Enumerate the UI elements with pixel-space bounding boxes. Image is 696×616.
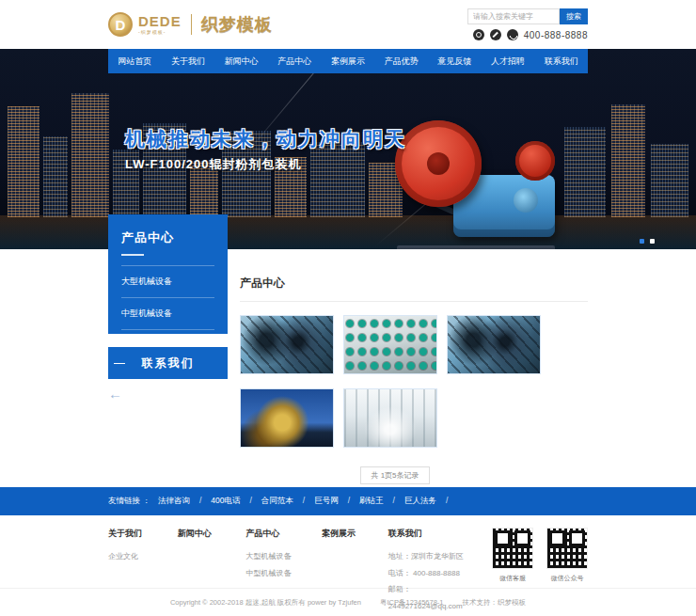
- top-header: D DEDE -织梦模板- 织梦模板 搜索 400-888-8888: [0, 0, 696, 49]
- sidebar: 产品中心 大型机械设备 中型机械设备 联系我们 ←: [108, 214, 228, 401]
- friend-link[interactable]: 刷钻王: [359, 496, 404, 507]
- nav-item-news[interactable]: 新闻中心: [214, 49, 268, 73]
- footer: 关于我们 企业文化 新闻中心 产品中心 大型机械设备 中型机械设备 案例展示 联…: [0, 515, 696, 588]
- section-title: 产品中心: [240, 276, 588, 302]
- city-building: [310, 142, 365, 217]
- main-panel: 产品中心 共 1页5条记录: [228, 249, 588, 484]
- product-photo-engine[interactable]: [240, 315, 334, 374]
- footer-col-news: 新闻中心: [178, 528, 221, 614]
- friend-links-bar: 友情链接 ： 法律咨询 400电话 合同范本 巨号网 刷钻王 巨人法务: [0, 487, 696, 515]
- main-navigation: 网站首页 关于我们 新闻中心 产品中心 案例展示 产品优势 意见反馈 人才招聘 …: [108, 49, 588, 73]
- footer-col-cases: 案例展示: [322, 528, 364, 614]
- friend-link[interactable]: 400电话: [211, 496, 261, 507]
- product-photo-factory[interactable]: [343, 388, 437, 448]
- packing-machine-illustration: [395, 117, 560, 249]
- footer-col-about: 关于我们 企业文化: [108, 528, 153, 614]
- carousel-dot[interactable]: [650, 239, 655, 244]
- nav-item-cases[interactable]: 案例展示: [322, 49, 375, 73]
- site-logo[interactable]: D DEDE -织梦模板- 织梦模板: [108, 12, 273, 37]
- phone-icon: [507, 29, 518, 40]
- nav-item-contact[interactable]: 联系我们: [534, 49, 588, 73]
- product-photo-excavator[interactable]: [240, 388, 334, 448]
- footer-col-products: 产品中心 大型机械设备 中型机械设备: [246, 528, 297, 614]
- sidebar-contact-button[interactable]: 联系我们: [108, 347, 228, 379]
- wechat-service-qr-code: [492, 528, 533, 569]
- machine-flywheel: [395, 120, 482, 207]
- brand-tagline: -织梦模板-: [138, 30, 182, 35]
- carousel-dot-active[interactable]: [640, 239, 644, 244]
- carousel-dots: [640, 239, 655, 244]
- city-building: [651, 144, 688, 217]
- city-building: [43, 136, 68, 217]
- city-building: [8, 106, 40, 217]
- nav-item-feedback[interactable]: 意见反馈: [428, 49, 482, 73]
- footer-link-medium-machinery[interactable]: 中型机械设备: [246, 565, 297, 582]
- machine-wheel: [515, 141, 555, 181]
- city-building: [222, 131, 271, 217]
- nav-item-home[interactable]: 网站首页: [108, 49, 162, 73]
- footer-col-title: 案例展示: [322, 528, 364, 540]
- coin-logo-icon: D: [108, 12, 133, 37]
- sidebar-product-box: 产品中心 大型机械设备 中型机械设备: [108, 214, 228, 334]
- footer-col-title: 产品中心: [246, 528, 297, 540]
- footer-address: 地址：深圳市龙华新区: [388, 548, 479, 565]
- hero-banner: 网站首页 关于我们 新闻中心 产品中心 案例展示 产品优势 意见反馈 人才招聘 …: [0, 49, 696, 249]
- brand-text: DEDE -织梦模板-: [138, 14, 182, 35]
- friend-link[interactable]: 合同范本: [261, 496, 314, 507]
- qq-icon[interactable]: [473, 29, 484, 40]
- sidebar-item-medium-machinery[interactable]: 中型机械设备: [121, 297, 214, 330]
- left-arrow-icon[interactable]: ←: [108, 387, 228, 401]
- product-photo-engine[interactable]: [447, 315, 541, 374]
- wechat-official-qr-code: [546, 528, 588, 569]
- nav-item-about[interactable]: 关于我们: [162, 49, 215, 73]
- friend-links-label: 友情链接 ：: [108, 496, 150, 507]
- footer-col-title: 关于我们: [108, 528, 153, 540]
- hotline-number: 400-888-8888: [524, 30, 588, 40]
- content-area: 产品中心 大型机械设备 中型机械设备 联系我们 ← 产品中心 共 1页5条记录: [108, 249, 588, 487]
- sidebar-product-title: 产品中心: [121, 229, 214, 246]
- footer-link-culture[interactable]: 企业文化: [108, 548, 153, 565]
- footer-link-large-machinery[interactable]: 大型机械设备: [246, 548, 297, 565]
- qr-label: 微信公众号: [546, 574, 588, 583]
- pagination-info: 共 1页5条记录: [360, 466, 429, 484]
- product-grid: [240, 315, 550, 448]
- logo-divider: [191, 14, 192, 35]
- qr-codes: 微信客服 微信公众号: [492, 528, 588, 614]
- city-building: [275, 157, 307, 217]
- nav-item-advantages[interactable]: 产品优势: [374, 49, 428, 73]
- city-building: [113, 150, 139, 217]
- footer-email: 邮箱：2449271624@qq.com: [388, 581, 479, 614]
- search-input[interactable]: [467, 8, 560, 24]
- friend-link[interactable]: 巨人法务: [404, 496, 457, 507]
- sidebar-item-large-machinery[interactable]: 大型机械设备: [121, 265, 214, 297]
- city-building: [71, 93, 109, 217]
- city-building: [143, 123, 186, 217]
- site-title: 织梦模板: [201, 13, 273, 36]
- city-building: [190, 161, 218, 217]
- nav-item-products[interactable]: 产品中心: [268, 49, 322, 73]
- product-photo-spinning-machines[interactable]: [343, 315, 437, 374]
- friend-link[interactable]: 法律咨询: [158, 496, 211, 507]
- qr-label: 微信客服: [492, 574, 533, 583]
- title-underline: [121, 254, 144, 256]
- brand-name: DEDE: [138, 14, 182, 28]
- footer-col-title: 新闻中心: [178, 528, 221, 540]
- city-building: [564, 127, 606, 217]
- wechat-icon[interactable]: [490, 29, 501, 40]
- footer-col-contact: 联系我们 地址：深圳市龙华新区 电话： 400-888-8888 邮箱：2449…: [388, 528, 479, 614]
- city-building: [611, 104, 645, 217]
- footer-phone: 电话： 400-888-8888: [388, 565, 479, 582]
- footer-col-title: 联系我们: [388, 528, 479, 540]
- nav-item-jobs[interactable]: 人才招聘: [482, 49, 535, 73]
- friend-link[interactable]: 巨号网: [314, 496, 359, 507]
- search-button[interactable]: 搜索: [560, 8, 588, 24]
- machine-base: [397, 245, 555, 249]
